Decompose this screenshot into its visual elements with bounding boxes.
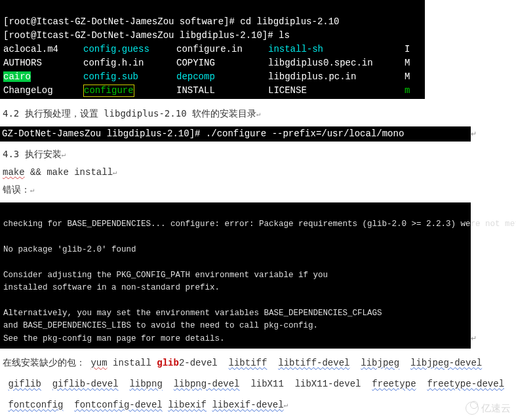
error-line: Consider adjusting the PKG_CONFIG_PATH e… bbox=[3, 271, 328, 280]
file: install-sh bbox=[268, 43, 405, 56]
command-make: make bbox=[3, 167, 25, 178]
pkg-item: libjpeg-devel bbox=[410, 358, 482, 368]
file: AUTHORS bbox=[3, 56, 83, 70]
command: cd libgdiplus-2.10 bbox=[240, 16, 339, 27]
error-line: See the pkg-config man page for more det… bbox=[3, 334, 225, 343]
error-line: No package 'glib-2.0' found bbox=[3, 245, 136, 254]
pkg-item: fontconfig-devel bbox=[74, 400, 162, 410]
file: ChangeLog bbox=[3, 84, 83, 98]
file: config.sub bbox=[83, 70, 176, 84]
file: M bbox=[405, 71, 410, 82]
paragraph-mark-icon: ↵ bbox=[471, 129, 477, 137]
file: aclocal.m4 bbox=[3, 43, 83, 56]
terminal-error-output: checking for BASE_DEPENDENCIES... config… bbox=[0, 202, 471, 349]
file: libgdiplus.pc.in bbox=[268, 70, 405, 84]
file: libgdiplus0.spec.in bbox=[268, 56, 405, 70]
file: configure.in bbox=[176, 43, 268, 56]
section-title: 4.2 执行预处理，设置 libgdiplus-2.10 软件的安装目录 bbox=[3, 108, 256, 119]
pkg-libx11: libX11 bbox=[250, 379, 283, 389]
file: LICENSE bbox=[268, 84, 405, 98]
file: m bbox=[405, 85, 410, 96]
pkg-item: libpng bbox=[129, 379, 162, 389]
pkg-item: libtiff bbox=[229, 358, 268, 368]
error-line: installed software in a non-standard pre… bbox=[3, 283, 220, 292]
pkg-item: libjpeg bbox=[361, 358, 399, 368]
file-boxed: configure bbox=[83, 85, 134, 97]
pkg-item: libexif bbox=[168, 400, 207, 410]
error-line: checking for BASE_DEPENDENCIES... config… bbox=[3, 220, 516, 229]
file: COPYING bbox=[176, 56, 268, 70]
file: config.h.in bbox=[83, 56, 176, 70]
section-title: 4.3 执行安装 bbox=[3, 149, 62, 159]
section-4-3: 4.3 执行安装↵ make && make install↵ 错误：↵ bbox=[0, 142, 516, 202]
command: ls bbox=[279, 30, 290, 41]
pkg-item: libpng-devel bbox=[174, 379, 240, 389]
pkg-item: libexif-devel bbox=[212, 400, 283, 410]
pkg-item: freetype-devel bbox=[427, 379, 504, 389]
prompt: [root@Itcast-GZ-DotNet-JamesZou libgdipl… bbox=[3, 30, 279, 41]
paragraph-mark-icon: ↵ bbox=[471, 334, 477, 342]
error-line: Alternatively, you may set the environme… bbox=[3, 309, 382, 318]
error-label: 错误： bbox=[3, 184, 30, 195]
paragraph-mark-icon: ↵ bbox=[113, 167, 117, 176]
paragraph-mark-icon: ↵ bbox=[284, 400, 288, 409]
pkg-glib-b: 2-devel bbox=[179, 358, 218, 368]
watermark-text: 亿速云 bbox=[481, 402, 511, 415]
command-text: GZ-DotNet-JamesZou libgdiplus-2.10]# ./c… bbox=[2, 128, 404, 139]
pkg-yum: yum bbox=[90, 358, 107, 368]
command-rest: && make install bbox=[25, 167, 113, 178]
prompt: [root@Itcast-GZ-DotNet-JamesZou software… bbox=[3, 16, 240, 27]
file: M bbox=[405, 58, 410, 68]
pkg-item: fontconfig bbox=[8, 400, 63, 410]
section-4-2: 4.2 执行预处理，设置 libgdiplus-2.10 软件的安装目录↵ bbox=[0, 101, 516, 126]
pkg-item: giflib bbox=[8, 379, 41, 389]
terminal-output-ls: [root@Itcast-GZ-DotNet-JamesZou software… bbox=[0, 0, 425, 99]
terminal-configure-command: GZ-DotNet-JamesZou libgdiplus-2.10]# ./c… bbox=[0, 126, 471, 142]
paragraph-mark-icon: ↵ bbox=[256, 109, 261, 118]
file: INSTALL bbox=[176, 84, 268, 98]
file: depcomp bbox=[176, 70, 268, 84]
pkg-item: giflib-devel bbox=[52, 379, 119, 389]
pkg-glib-a: glib bbox=[157, 358, 179, 368]
file: I bbox=[405, 44, 410, 54]
file-highlighted: cairo bbox=[3, 71, 31, 82]
error-line: and BASE_DEPENDENCIES_LIBS to avoid the … bbox=[3, 321, 318, 330]
watermark: 亿速云 bbox=[466, 402, 511, 415]
file: config.guess bbox=[83, 43, 176, 56]
pkg-libx11d: libX11-devel bbox=[295, 379, 361, 389]
paragraph-mark-icon: ↵ bbox=[62, 150, 66, 159]
install-packages-paragraph: 在线安装缺少的包： yum install glib2-devel libtif… bbox=[0, 349, 516, 419]
pkg-item: libtiff-devel bbox=[278, 358, 349, 368]
pkg-item: freetype bbox=[372, 379, 416, 389]
intro-text: 在线安装缺少的包： bbox=[3, 357, 85, 368]
pkg-install: install bbox=[108, 358, 157, 368]
cloud-icon bbox=[466, 402, 479, 415]
paragraph-mark-icon: ↵ bbox=[30, 185, 35, 194]
